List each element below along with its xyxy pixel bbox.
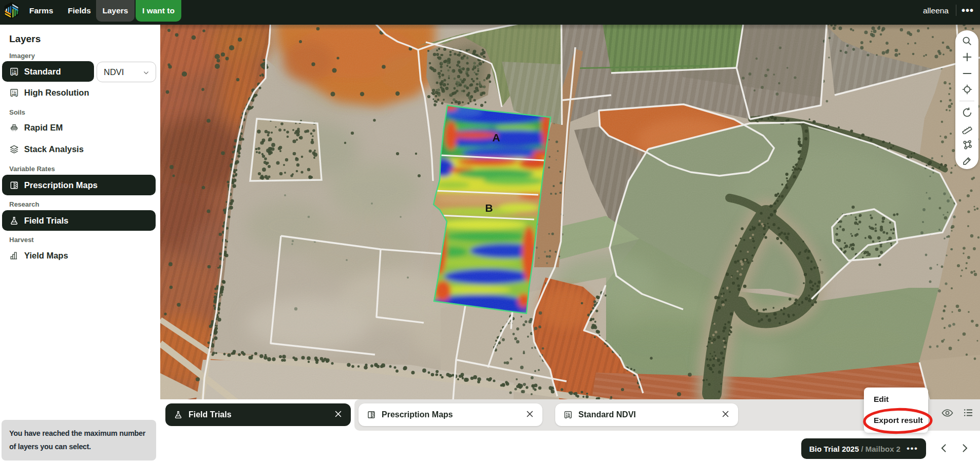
svg-text:HR: HR [12,93,17,97]
svg-text:SR: SR [566,415,571,418]
svg-text:SR: SR [12,71,16,75]
